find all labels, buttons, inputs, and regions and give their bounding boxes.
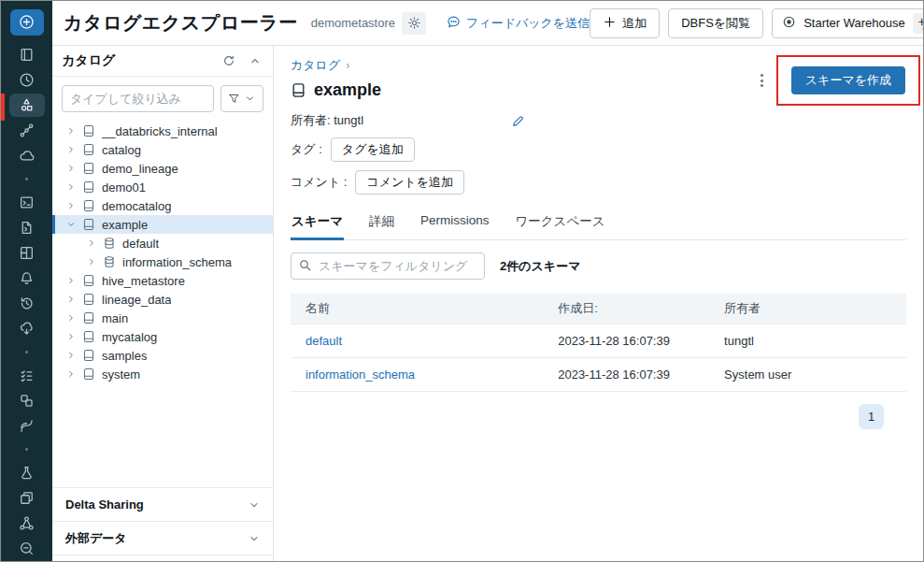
tree-item-hive_metastore[interactable]: hive_metastore (52, 271, 273, 290)
sql-editor-icon[interactable] (9, 191, 45, 214)
tab-ワークスペース[interactable]: ワークスペース (514, 209, 605, 239)
chevron-right-icon[interactable] (66, 126, 76, 136)
experiments-icon[interactable] (9, 461, 45, 484)
comment-label: コメント : (291, 174, 347, 191)
tree-item-mycatalog[interactable]: mycatalog (52, 327, 273, 346)
serving-icon[interactable] (9, 512, 45, 535)
catalog-icon (82, 124, 95, 137)
chevron-right-icon[interactable] (66, 164, 76, 173)
catalog-icon (82, 274, 95, 287)
tree-item-demo01[interactable]: demo01 (52, 178, 273, 196)
catalog-icon (82, 367, 95, 381)
column-header-0: 名前 (291, 294, 543, 324)
send-feedback-link[interactable]: フィードバックを送信 (447, 15, 590, 32)
catalog-icon (82, 180, 95, 194)
schema-filter-input[interactable] (291, 252, 485, 280)
kebab-menu-icon[interactable] (757, 70, 767, 91)
panel-section-delta-sharing[interactable]: Delta Sharing (52, 488, 273, 522)
chevron-right-icon[interactable] (66, 276, 76, 285)
table-row: default2023-11-28 16:07:39tungtl (291, 324, 906, 357)
chevron-down-icon[interactable] (66, 220, 76, 229)
dashboards-icon[interactable] (9, 241, 45, 265)
entity-name: example (314, 80, 381, 100)
app-sidebar-rail (1, 1, 52, 561)
chevron-right-icon[interactable] (66, 182, 76, 192)
collapse-panel-icon[interactable] (249, 54, 262, 67)
panel-section-外部データ[interactable]: 外部データ (52, 522, 273, 555)
tree-item-catalog[interactable]: catalog (52, 140, 273, 159)
tree-filter-type-button[interactable] (220, 85, 263, 112)
schema-icon (103, 237, 116, 250)
chevron-right-icon[interactable] (87, 238, 96, 248)
query-history-icon[interactable] (9, 292, 45, 315)
edit-owner-pencil-icon[interactable] (511, 114, 525, 128)
tags-label: タグ : (291, 141, 322, 158)
create-schema-button[interactable]: スキーマを作成 (791, 66, 905, 94)
ingestion-icon[interactable] (9, 317, 45, 340)
chevron-right-icon[interactable] (66, 332, 76, 341)
tree-item-default[interactable]: default (52, 234, 273, 252)
chevron-right-icon[interactable] (66, 313, 76, 323)
plus-new-icon[interactable] (10, 9, 44, 36)
tree-item-democatalog[interactable]: democatalog (52, 196, 273, 215)
refresh-icon[interactable] (222, 54, 235, 67)
catalog-tree-panel: カタログ __databricks_internalcatalogdemo_li… (52, 46, 274, 561)
chevron-right-icon[interactable] (66, 369, 76, 379)
compute-icon[interactable] (9, 144, 45, 167)
job-runs-icon[interactable] (9, 364, 45, 387)
tree-item-demo_lineage[interactable]: demo_lineage (52, 159, 273, 178)
catalog-icon (82, 143, 95, 156)
schema-link-information_schema[interactable]: information_schema (306, 367, 415, 382)
add-comment-button[interactable]: コメントを追加 (355, 170, 464, 195)
panel-title: カタログ (62, 52, 115, 69)
chevron-right-icon[interactable] (66, 145, 76, 154)
chevron-right-icon[interactable] (87, 257, 96, 267)
tree-item-label: democatalog (102, 199, 171, 213)
browse-dbfs-button[interactable]: DBFSを閲覧 (668, 8, 763, 38)
tree-item-label: demo01 (102, 180, 146, 195)
column-header-2: 所有者 (709, 294, 906, 324)
catalog-icon[interactable] (9, 94, 45, 117)
recents-icon[interactable] (9, 68, 45, 92)
tree-item-__databricks_internal[interactable]: __databricks_internal (52, 122, 273, 140)
tree-item-label: lineage_data (102, 293, 171, 307)
alerts-icon[interactable] (9, 267, 45, 290)
tree-item-main[interactable]: main (52, 309, 273, 327)
main-content: カタログ › スキーマを作成 example 所有者: tungtl (274, 46, 923, 561)
tab-詳細[interactable]: 詳細 (368, 209, 395, 239)
workflows-icon[interactable] (9, 119, 45, 142)
gear-icon[interactable] (402, 12, 426, 35)
tab-Permissions[interactable]: Permissions (419, 209, 490, 239)
chevron-right-icon[interactable] (66, 295, 76, 304)
playground-icon[interactable] (9, 537, 45, 560)
models-icon[interactable] (9, 486, 45, 510)
catalog-icon (82, 293, 95, 306)
workspace-icon[interactable] (9, 43, 45, 66)
schemas-table: 名前作成日:所有者 default2023-11-28 16:07:39tung… (291, 294, 906, 392)
pipelines-icon[interactable] (9, 414, 45, 438)
tree-filter-input[interactable] (62, 85, 214, 112)
schema-icon (103, 255, 116, 268)
tree-item-information_schema[interactable]: information_schema (52, 252, 273, 271)
tree-item-label: catalog (102, 143, 141, 157)
tree-item-lineage_data[interactable]: lineage_data (52, 290, 273, 309)
schema-link-default[interactable]: default (306, 334, 342, 348)
tab-スキーマ[interactable]: スキーマ (291, 209, 344, 240)
tree-item-label: example (102, 218, 148, 232)
plus-icon (603, 15, 617, 32)
rail-divider-dot (25, 351, 28, 353)
add-tag-button[interactable]: タグを追加 (331, 137, 415, 162)
jobs-icon[interactable] (9, 389, 45, 412)
chevron-right-icon[interactable] (66, 351, 76, 360)
tree-item-label: __databricks_internal (102, 124, 218, 138)
breadcrumb-catalog-link[interactable]: カタログ (291, 57, 340, 74)
tree-item-system[interactable]: system (52, 365, 273, 383)
tree-item-samples[interactable]: samples (52, 346, 273, 365)
funnel-icon (228, 93, 240, 105)
tree-item-example[interactable]: example (52, 215, 273, 234)
warehouse-selector[interactable]: Starter Warehouse サーバーレス S (772, 8, 924, 38)
add-button[interactable]: 追加 (590, 8, 660, 38)
page-1-button[interactable]: 1 (859, 404, 884, 429)
queries-icon[interactable] (9, 216, 45, 239)
chevron-right-icon[interactable] (66, 201, 76, 210)
